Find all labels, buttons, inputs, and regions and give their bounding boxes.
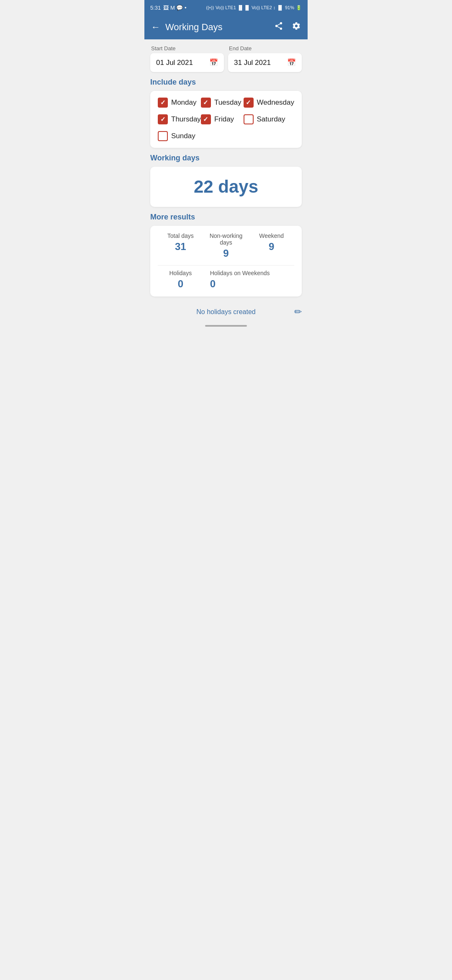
day-label-wednesday: Wednesday: [257, 98, 294, 107]
checkbox-thursday[interactable]: ✓: [158, 114, 168, 124]
working-days-value: 22 days: [158, 177, 294, 197]
results-grid-bottom: Holidays 0 Holidays on Weekends 0: [158, 270, 294, 290]
holidays-on-weekends-label: Holidays on Weekends: [210, 270, 294, 276]
weekend-label: Weekend: [249, 232, 294, 239]
more-results-card: Total days 31 Non-working days 9 Weekend…: [150, 226, 302, 297]
include-days-title: Include days: [150, 78, 302, 87]
day-label-saturday: Saturday: [257, 115, 285, 124]
no-holidays-text: No holidays created: [196, 308, 255, 316]
checkbox-saturday[interactable]: [244, 114, 254, 124]
weekend-value: 9: [249, 241, 294, 253]
day-label-tuesday: Tuesday: [214, 98, 241, 107]
app-bar: ← Working Days: [144, 15, 308, 39]
holidays-footer: No holidays created ✏: [150, 302, 302, 318]
day-item-tuesday[interactable]: ✓Tuesday: [201, 98, 244, 108]
results-grid-top: Total days 31 Non-working days 9 Weekend…: [158, 232, 294, 259]
day-item-wednesday[interactable]: ✓Wednesday: [244, 98, 294, 108]
checkbox-friday[interactable]: ✓: [201, 114, 211, 124]
checkbox-monday[interactable]: ✓: [158, 98, 168, 108]
day-label-friday: Friday: [214, 115, 234, 124]
start-date-field: Start Date 01 Jul 2021 📅: [150, 45, 224, 72]
end-date-calendar-icon: 📅: [287, 58, 296, 67]
start-date-input[interactable]: 01 Jul 2021 📅: [150, 53, 224, 72]
status-bar: 5:31 🖼 M 💬 • ((•)) Vo)) LTE1 ▐▌▐▌ Vo)) L…: [144, 0, 308, 15]
days-grid: ✓Monday✓Tuesday✓Wednesday✓Thursday✓Frida…: [158, 98, 294, 141]
status-icons: 🖼 M 💬 •: [163, 5, 186, 11]
weekend-item: Weekend 9: [249, 232, 294, 259]
non-working-days-label: Non-working days: [203, 232, 249, 246]
bottom-bar: [205, 325, 247, 327]
settings-button[interactable]: [292, 21, 301, 33]
end-date-input[interactable]: 31 Jul 2021 📅: [228, 53, 302, 72]
start-date-value: 01 Jul 2021: [156, 59, 193, 67]
end-date-value: 31 Jul 2021: [234, 59, 271, 67]
day-item-monday[interactable]: ✓Monday: [158, 98, 201, 108]
more-results-title: More results: [150, 213, 302, 222]
include-days-card: ✓Monday✓Tuesday✓Wednesday✓Thursday✓Frida…: [150, 91, 302, 148]
total-days-value: 31: [158, 241, 203, 253]
content-area: Start Date 01 Jul 2021 📅 End Date 31 Jul…: [144, 39, 308, 336]
day-item-friday[interactable]: ✓Friday: [201, 114, 244, 124]
day-item-sunday[interactable]: Sunday: [158, 131, 201, 141]
start-date-label: Start Date: [151, 45, 224, 52]
working-days-card: 22 days: [150, 167, 302, 207]
total-days-label: Total days: [158, 232, 203, 239]
app-bar-actions: [274, 21, 301, 33]
checkbox-wednesday[interactable]: ✓: [244, 98, 254, 108]
bottom-indicator: [150, 318, 302, 330]
results-divider: [158, 265, 294, 266]
checkbox-sunday[interactable]: [158, 131, 168, 141]
back-button[interactable]: ←: [151, 22, 160, 33]
end-date-field: End Date 31 Jul 2021 📅: [228, 45, 302, 72]
holidays-on-weekends-value: 0: [210, 278, 294, 290]
status-bar-right: ((•)) Vo)) LTE1 ▐▌▐▌ Vo)) LTE2 ↕ ▐▌ 91% …: [206, 5, 302, 10]
share-button[interactable]: [274, 21, 283, 33]
wifi-icon: ((•)): [206, 5, 214, 10]
edit-holidays-icon[interactable]: ✏: [294, 307, 302, 317]
working-days-title: Working days: [150, 154, 302, 162]
status-bar-left: 5:31 🖼 M 💬 •: [150, 5, 187, 11]
end-date-label: End Date: [229, 45, 302, 52]
holidays-label: Holidays: [158, 270, 203, 276]
signal-icons: Vo)) LTE1 ▐▌▐▌ Vo)) LTE2 ↕ ▐▌: [216, 5, 283, 10]
day-label-monday: Monday: [171, 98, 196, 107]
holidays-on-weekends-item: Holidays on Weekends 0: [203, 270, 294, 290]
non-working-days-value: 9: [203, 248, 249, 259]
holidays-value: 0: [158, 278, 203, 290]
day-label-sunday: Sunday: [171, 132, 195, 140]
checkbox-tuesday[interactable]: ✓: [201, 98, 211, 108]
battery-icon: 🔋: [296, 5, 302, 10]
battery-level: 91%: [285, 5, 294, 10]
holidays-item: Holidays 0: [158, 270, 203, 290]
day-label-thursday: Thursday: [171, 115, 201, 124]
day-item-thursday[interactable]: ✓Thursday: [158, 114, 201, 124]
day-item-saturday[interactable]: Saturday: [244, 114, 294, 124]
non-working-days-item: Non-working days 9: [203, 232, 249, 259]
total-days-item: Total days 31: [158, 232, 203, 259]
status-time: 5:31: [150, 5, 161, 11]
date-row: Start Date 01 Jul 2021 📅 End Date 31 Jul…: [150, 45, 302, 72]
start-date-calendar-icon: 📅: [209, 58, 218, 67]
page-title: Working Days: [165, 22, 274, 33]
